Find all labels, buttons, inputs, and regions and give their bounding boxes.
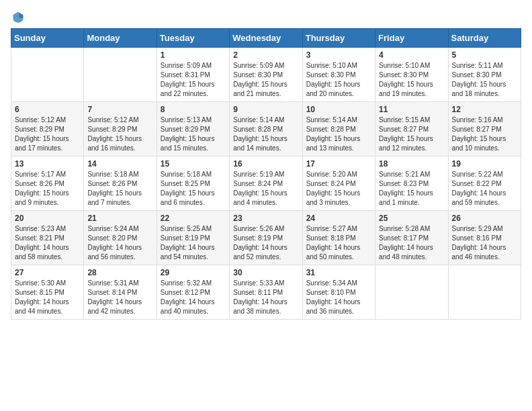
- day-info: Sunrise: 5:10 AMSunset: 8:30 PMDaylight:…: [379, 61, 444, 99]
- day-info: Sunrise: 5:12 AMSunset: 8:29 PMDaylight:…: [15, 116, 80, 153]
- day-number: 27: [15, 268, 80, 277]
- day-number: 19: [452, 159, 517, 169]
- day-number: 31: [306, 268, 371, 277]
- day-info: Sunrise: 5:17 AMSunset: 8:26 PMDaylight:…: [15, 170, 80, 208]
- calendar-cell: 18Sunrise: 5:21 AMSunset: 8:23 PMDayligh…: [375, 156, 448, 211]
- calendar-cell: 25Sunrise: 5:28 AMSunset: 8:17 PMDayligh…: [375, 211, 448, 265]
- calendar-cell: 3Sunrise: 5:10 AMSunset: 8:30 PMDaylight…: [302, 48, 375, 102]
- calendar-cell: 20Sunrise: 5:23 AMSunset: 8:21 PMDayligh…: [11, 211, 84, 265]
- day-number: 2: [233, 50, 298, 60]
- day-of-week-header: Wednesday: [230, 29, 302, 48]
- day-info: Sunrise: 5:32 AMSunset: 8:12 PMDaylight:…: [161, 279, 226, 316]
- day-number: 25: [379, 214, 444, 223]
- day-info: Sunrise: 5:24 AMSunset: 8:20 PMDaylight:…: [87, 224, 152, 262]
- calendar-cell: 7Sunrise: 5:12 AMSunset: 8:29 PMDaylight…: [84, 102, 157, 156]
- calendar-cell: 24Sunrise: 5:27 AMSunset: 8:18 PMDayligh…: [302, 211, 375, 265]
- calendar-cell: 17Sunrise: 5:20 AMSunset: 8:24 PMDayligh…: [302, 156, 375, 211]
- day-info: Sunrise: 5:29 AMSunset: 8:16 PMDaylight:…: [452, 224, 517, 262]
- day-of-week-header: Monday: [84, 29, 157, 48]
- calendar-cell: 5Sunrise: 5:11 AMSunset: 8:30 PMDaylight…: [448, 48, 521, 102]
- day-info: Sunrise: 5:14 AMSunset: 8:28 PMDaylight:…: [306, 116, 371, 153]
- page-header: [11, 11, 521, 23]
- calendar-week-row: 27Sunrise: 5:30 AMSunset: 8:15 PMDayligh…: [11, 265, 521, 320]
- calendar-week-row: 6Sunrise: 5:12 AMSunset: 8:29 PMDaylight…: [11, 102, 521, 156]
- day-number: 14: [87, 159, 152, 169]
- calendar-table: SundayMondayTuesdayWednesdayThursdayFrid…: [11, 28, 521, 320]
- calendar-cell: 16Sunrise: 5:19 AMSunset: 8:24 PMDayligh…: [230, 156, 302, 211]
- calendar-cell: 19Sunrise: 5:22 AMSunset: 8:22 PMDayligh…: [448, 156, 521, 211]
- calendar-cell: [375, 265, 448, 320]
- day-number: 10: [306, 105, 371, 114]
- calendar-week-row: 20Sunrise: 5:23 AMSunset: 8:21 PMDayligh…: [11, 211, 521, 265]
- day-number: 26: [452, 214, 517, 223]
- day-number: 15: [161, 159, 226, 169]
- day-number: 17: [306, 159, 371, 169]
- day-of-week-header: Tuesday: [157, 29, 229, 48]
- calendar-cell: 14Sunrise: 5:18 AMSunset: 8:26 PMDayligh…: [84, 156, 157, 211]
- calendar-cell: 8Sunrise: 5:13 AMSunset: 8:29 PMDaylight…: [157, 102, 229, 156]
- calendar-cell: 28Sunrise: 5:31 AMSunset: 8:14 PMDayligh…: [84, 265, 157, 320]
- day-number: 24: [306, 214, 371, 223]
- day-info: Sunrise: 5:19 AMSunset: 8:24 PMDaylight:…: [233, 170, 298, 208]
- calendar-cell: 22Sunrise: 5:25 AMSunset: 8:19 PMDayligh…: [157, 211, 229, 265]
- calendar-cell: 21Sunrise: 5:24 AMSunset: 8:20 PMDayligh…: [84, 211, 157, 265]
- day-info: Sunrise: 5:13 AMSunset: 8:29 PMDaylight:…: [161, 116, 226, 153]
- calendar-cell: 13Sunrise: 5:17 AMSunset: 8:26 PMDayligh…: [11, 156, 84, 211]
- calendar-cell: 1Sunrise: 5:09 AMSunset: 8:31 PMDaylight…: [157, 48, 229, 102]
- calendar-cell: 4Sunrise: 5:10 AMSunset: 8:30 PMDaylight…: [375, 48, 448, 102]
- calendar-cell: 27Sunrise: 5:30 AMSunset: 8:15 PMDayligh…: [11, 265, 84, 320]
- calendar-cell: 9Sunrise: 5:14 AMSunset: 8:28 PMDaylight…: [230, 102, 302, 156]
- day-info: Sunrise: 5:33 AMSunset: 8:11 PMDaylight:…: [233, 279, 298, 316]
- day-info: Sunrise: 5:16 AMSunset: 8:27 PMDaylight:…: [452, 116, 517, 153]
- day-info: Sunrise: 5:23 AMSunset: 8:21 PMDaylight:…: [15, 224, 80, 262]
- day-info: Sunrise: 5:25 AMSunset: 8:19 PMDaylight:…: [161, 224, 226, 262]
- day-info: Sunrise: 5:09 AMSunset: 8:31 PMDaylight:…: [161, 61, 226, 99]
- day-number: 9: [233, 105, 298, 114]
- calendar-cell: 11Sunrise: 5:15 AMSunset: 8:27 PMDayligh…: [375, 102, 448, 156]
- day-info: Sunrise: 5:18 AMSunset: 8:25 PMDaylight:…: [161, 170, 226, 208]
- calendar-cell: 10Sunrise: 5:14 AMSunset: 8:28 PMDayligh…: [302, 102, 375, 156]
- day-number: 18: [379, 159, 444, 169]
- day-info: Sunrise: 5:27 AMSunset: 8:18 PMDaylight:…: [306, 224, 371, 262]
- day-number: 5: [452, 50, 517, 60]
- day-number: 16: [233, 159, 298, 169]
- day-number: 13: [15, 159, 80, 169]
- day-of-week-header: Friday: [375, 29, 448, 48]
- day-number: 11: [379, 105, 444, 114]
- calendar-cell: [448, 265, 521, 320]
- day-info: Sunrise: 5:21 AMSunset: 8:23 PMDaylight:…: [379, 170, 444, 208]
- day-of-week-header: Sunday: [11, 29, 84, 48]
- day-number: 21: [87, 214, 152, 223]
- day-of-week-header: Thursday: [302, 29, 375, 48]
- calendar-cell: 30Sunrise: 5:33 AMSunset: 8:11 PMDayligh…: [230, 265, 302, 320]
- day-number: 4: [379, 50, 444, 60]
- day-of-week-header: Saturday: [448, 29, 521, 48]
- day-info: Sunrise: 5:22 AMSunset: 8:22 PMDaylight:…: [452, 170, 517, 208]
- logo: [11, 11, 24, 23]
- day-number: 6: [15, 105, 80, 114]
- day-number: 29: [161, 268, 226, 277]
- day-info: Sunrise: 5:09 AMSunset: 8:30 PMDaylight:…: [233, 61, 298, 99]
- calendar-cell: 12Sunrise: 5:16 AMSunset: 8:27 PMDayligh…: [448, 102, 521, 156]
- day-number: 23: [233, 214, 298, 223]
- day-number: 20: [15, 214, 80, 223]
- day-number: 30: [233, 268, 298, 277]
- day-info: Sunrise: 5:11 AMSunset: 8:30 PMDaylight:…: [452, 61, 517, 99]
- day-info: Sunrise: 5:12 AMSunset: 8:29 PMDaylight:…: [87, 116, 152, 153]
- day-number: 28: [87, 268, 152, 277]
- calendar-cell: 2Sunrise: 5:09 AMSunset: 8:30 PMDaylight…: [230, 48, 302, 102]
- day-info: Sunrise: 5:15 AMSunset: 8:27 PMDaylight:…: [379, 116, 444, 153]
- logo-icon: [12, 11, 24, 23]
- calendar-cell: [11, 48, 84, 102]
- calendar-cell: [84, 48, 157, 102]
- day-number: 12: [452, 105, 517, 114]
- day-info: Sunrise: 5:18 AMSunset: 8:26 PMDaylight:…: [87, 170, 152, 208]
- calendar-cell: 15Sunrise: 5:18 AMSunset: 8:25 PMDayligh…: [157, 156, 229, 211]
- calendar-cell: 6Sunrise: 5:12 AMSunset: 8:29 PMDaylight…: [11, 102, 84, 156]
- calendar-header-row: SundayMondayTuesdayWednesdayThursdayFrid…: [11, 29, 521, 48]
- calendar-cell: 23Sunrise: 5:26 AMSunset: 8:19 PMDayligh…: [230, 211, 302, 265]
- day-info: Sunrise: 5:34 AMSunset: 8:10 PMDaylight:…: [306, 279, 371, 316]
- day-info: Sunrise: 5:10 AMSunset: 8:30 PMDaylight:…: [306, 61, 371, 99]
- calendar-week-row: 1Sunrise: 5:09 AMSunset: 8:31 PMDaylight…: [11, 48, 521, 102]
- day-number: 8: [161, 105, 226, 114]
